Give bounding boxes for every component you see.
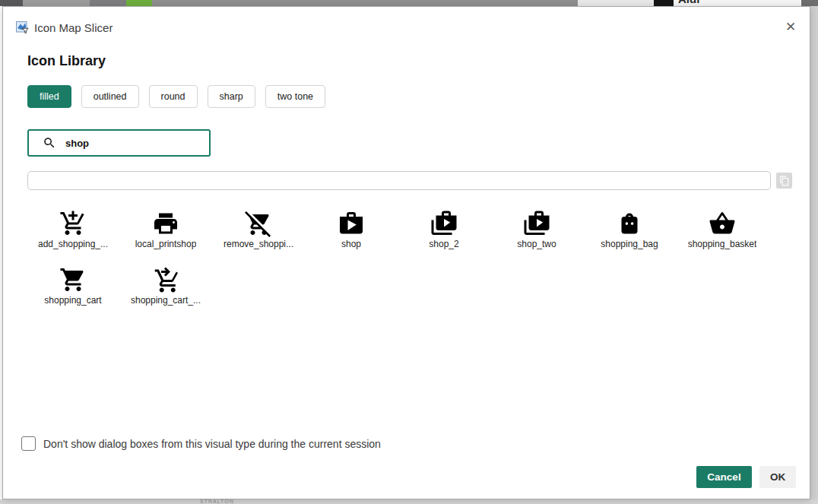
local-printshop-icon — [152, 210, 179, 237]
copy-button[interactable] — [776, 173, 792, 189]
background-page-right-strip — [810, 6, 818, 499]
icon-result-local_printshop[interactable]: local_printshop — [119, 207, 212, 263]
shopping-basket-icon — [709, 210, 736, 237]
cancel-button[interactable]: Cancel — [696, 466, 752, 488]
style-filter-round[interactable]: round — [149, 85, 198, 108]
icon-result-label: local_printshop — [135, 239, 197, 249]
icon-map-slicer-dialog: Icon Map Slicer ✕ Icon Library filledout… — [2, 6, 810, 499]
icon-result-shopping_bag[interactable]: shopping_bag — [583, 207, 676, 263]
bg-segment — [578, 0, 654, 6]
style-filter-two-tone[interactable]: two tone — [265, 85, 325, 108]
dont-show-label: Don't show dialog boxes from this visual… — [43, 438, 381, 450]
icon-result-label: shop_two — [517, 239, 556, 249]
style-filter-sharp[interactable]: sharp — [208, 85, 255, 108]
icon-result-shop_two[interactable]: shop_two — [490, 207, 583, 263]
icon-result-remove_shopping_cart[interactable]: remove_shoppi... — [212, 207, 305, 263]
bg-segment — [801, 0, 818, 6]
style-filter-filled[interactable]: filled — [27, 85, 71, 108]
search-icon — [43, 136, 56, 150]
dont-show-checkbox[interactable] — [21, 436, 36, 451]
ok-button[interactable]: OK — [759, 466, 796, 488]
close-icon[interactable]: ✕ — [781, 17, 801, 37]
icon-result-shopping_cart_checkout[interactable]: shopping_cart_... — [119, 263, 212, 319]
copy-icon — [779, 176, 790, 186]
icon-result-shop_2[interactable]: shop_2 — [398, 207, 490, 263]
icon-result-shop[interactable]: shop — [305, 207, 398, 263]
icon-result-shopping_cart[interactable]: shopping_cart — [27, 263, 119, 319]
icon-result-label: add_shopping_... — [38, 239, 108, 249]
bg-map-label: STRALTON — [200, 499, 234, 504]
icon-result-label: shopping_cart — [44, 295, 101, 306]
background-page-bottom-strip: STRALTON — [0, 499, 818, 504]
background-page-top-strip: Aldi — [0, 0, 818, 6]
bg-legend-label: Aldi — [678, 0, 699, 5]
shop-two-icon — [523, 210, 550, 237]
shopping-cart-icon — [59, 266, 87, 293]
add-shopping-cart-icon — [59, 210, 87, 237]
shopping-cart-checkout-icon — [152, 266, 179, 293]
bg-segment — [152, 0, 578, 6]
icon-result-shopping_basket[interactable]: shopping_basket — [676, 207, 769, 263]
icon-result-label: remove_shoppi... — [224, 239, 293, 249]
bg-legend-swatch — [654, 0, 674, 6]
icon-result-label: shop_2 — [429, 239, 458, 249]
icon-search-box[interactable] — [27, 129, 211, 157]
shop-2-icon — [430, 210, 458, 237]
icon-library-heading: Icon Library — [27, 53, 106, 69]
style-filter-group: filledoutlinedroundsharptwo tone — [27, 85, 325, 108]
selected-icon-input[interactable] — [27, 171, 771, 190]
bg-green-segment — [126, 0, 152, 6]
shopping-bag-icon — [616, 210, 643, 237]
icon-result-add_shopping_cart[interactable]: add_shopping_... — [27, 207, 119, 263]
dialog-footer-buttons: Cancel OK — [696, 466, 796, 488]
shop-icon — [338, 210, 365, 237]
icon-result-label: shopping_bag — [601, 239, 658, 249]
bg-segment — [90, 0, 126, 6]
screen: Aldi STRALTON Icon Map Slicer ✕ Icon Lib… — [0, 0, 818, 504]
icon-map-slicer-logo-icon — [16, 21, 29, 34]
dialog-title: Icon Map Slicer — [34, 21, 113, 34]
session-option-row: Don't show dialog boxes from this visual… — [21, 436, 381, 451]
icon-result-label: shopping_basket — [688, 239, 757, 249]
icon-result-label: shop — [341, 239, 361, 249]
icon-results-grid: add_shopping_...local_printshopremove_sh… — [27, 207, 769, 319]
selected-icon-row — [27, 171, 797, 190]
bg-segment — [0, 0, 23, 6]
style-filter-outlined[interactable]: outlined — [81, 85, 139, 108]
icon-result-label: shopping_cart_... — [131, 295, 201, 306]
remove-shopping-cart-icon — [245, 210, 272, 237]
search-input[interactable] — [65, 138, 187, 149]
